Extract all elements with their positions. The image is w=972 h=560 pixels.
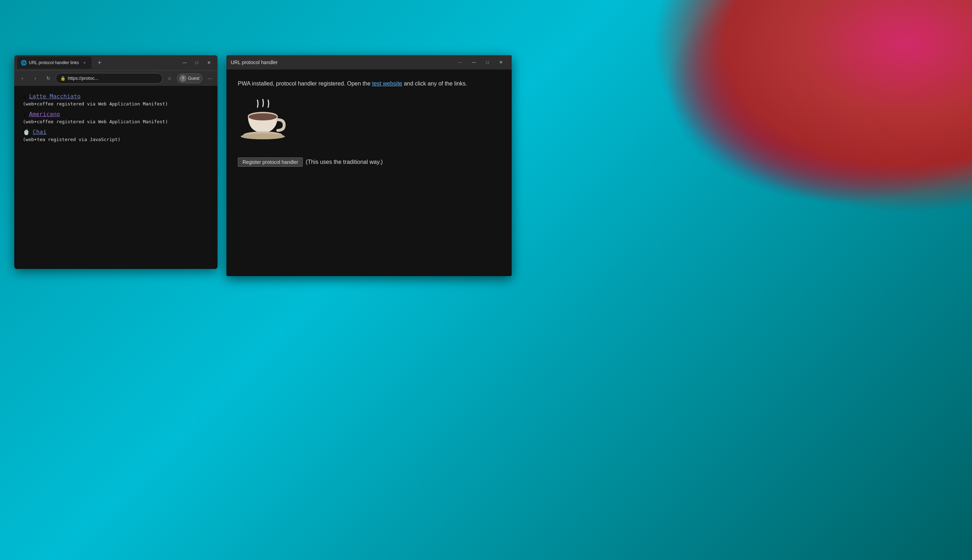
register-protocol-handler-button[interactable]: Register protocol handler: [238, 157, 303, 167]
pwa-titlebar: URL protocol handler ··· — □ ✕: [226, 55, 512, 70]
chai-link[interactable]: Chai: [33, 128, 47, 135]
coffee-icon-container: [238, 97, 500, 149]
link-item-americano: ☕ Americano: [23, 111, 209, 118]
svg-point-1: [249, 113, 277, 120]
pwa-window-controls: ··· — □ ✕: [454, 56, 507, 69]
window-controls: — □ ✕: [179, 57, 215, 68]
guest-avatar: ?: [179, 75, 186, 82]
register-note: (This uses the traditional way.): [306, 158, 383, 167]
favorite-button[interactable]: ☆: [165, 73, 175, 83]
lock-icon: 🔒: [60, 76, 65, 81]
desktop-floral-decoration: [651, 0, 972, 214]
chai-meta: (web+tea registered via JavaScript): [23, 137, 209, 142]
chai-emoji-icon: 🍵: [23, 128, 30, 135]
americano-meta: (web+coffee registered via Web Applicati…: [23, 119, 209, 124]
forward-button[interactable]: ›: [30, 73, 41, 84]
guest-profile-button[interactable]: ? Guest: [177, 73, 202, 83]
more-options-button[interactable]: ···: [205, 73, 215, 83]
pwa-content: PWA installed, protocol handler register…: [226, 70, 512, 276]
address-bar[interactable]: 🔒 https://protoc...: [55, 73, 162, 84]
browser-toolbar: ‹ › ↻ 🔒 https://protoc... ☆ ? Guest ···: [14, 70, 217, 86]
maximize-button[interactable]: □: [191, 57, 202, 68]
back-button[interactable]: ‹: [17, 73, 28, 84]
browser-tab[interactable]: 🌐 URL protocol handler links ×: [17, 57, 92, 69]
tab-title: URL protocol handler links: [29, 60, 79, 65]
latte-meta: (web+coffee registered via Web Applicati…: [23, 101, 209, 107]
pwa-window: URL protocol handler ··· — □ ✕ PWA insta…: [226, 55, 512, 276]
pwa-maximize-button[interactable]: □: [481, 56, 494, 69]
latte-emoji-icon: ☕: [23, 93, 27, 100]
coffee-cup-icon: [238, 97, 288, 147]
browser-content: ☕ Latte Macchiato (web+coffee registered…: [14, 86, 217, 269]
pwa-menu-button[interactable]: ···: [454, 56, 467, 69]
pwa-close-button[interactable]: ✕: [495, 56, 507, 69]
address-text: https://protoc...: [68, 75, 158, 81]
pwa-title: URL protocol handler: [231, 60, 454, 65]
new-tab-button[interactable]: +: [94, 57, 105, 68]
minimize-button[interactable]: —: [179, 57, 191, 68]
pwa-description-before: PWA installed, protocol handler register…: [238, 80, 372, 87]
browser-window: 🌐 URL protocol handler links × + — □ ✕ ‹…: [14, 55, 217, 269]
tab-favicon-icon: 🌐: [21, 60, 27, 65]
pwa-minimize-button[interactable]: —: [467, 56, 480, 69]
tab-close-button[interactable]: ×: [81, 59, 88, 66]
svg-point-3: [241, 133, 285, 139]
close-button[interactable]: ✕: [203, 57, 215, 68]
test-website-link[interactable]: test website: [372, 80, 402, 87]
guest-label: Guest: [188, 76, 199, 81]
refresh-button[interactable]: ↻: [43, 73, 54, 84]
americano-emoji-icon: ☕: [23, 111, 27, 118]
link-item-chai: 🍵 Chai: [23, 128, 209, 135]
pwa-description: PWA installed, protocol handler register…: [238, 80, 500, 88]
pwa-description-after: and click any of the links.: [402, 80, 467, 87]
link-item-latte: ☕ Latte Macchiato: [23, 93, 209, 100]
americano-link[interactable]: Americano: [29, 111, 60, 118]
register-row: Register protocol handler (This uses the…: [238, 157, 500, 167]
browser-titlebar: 🌐 URL protocol handler links × + — □ ✕: [14, 55, 217, 70]
latte-macchiato-link[interactable]: Latte Macchiato: [29, 93, 80, 100]
